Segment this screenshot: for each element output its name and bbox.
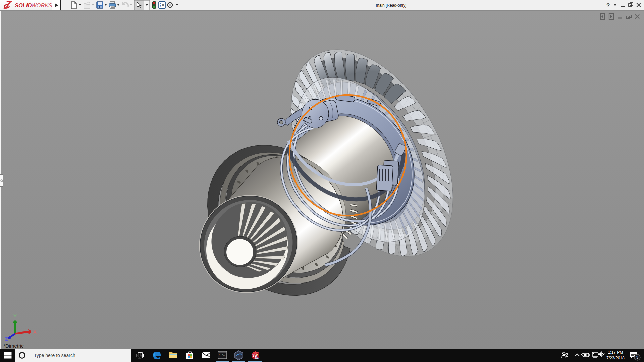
svg-text:3: 3 — [636, 355, 638, 359]
svg-text:?: ? — [606, 2, 610, 9]
svg-text:C:\_: C:\_ — [219, 353, 225, 356]
svg-text:2017: 2017 — [255, 357, 260, 359]
svg-text:WORKS: WORKS — [31, 2, 52, 8]
svg-text:SOLID: SOLID — [15, 2, 32, 8]
